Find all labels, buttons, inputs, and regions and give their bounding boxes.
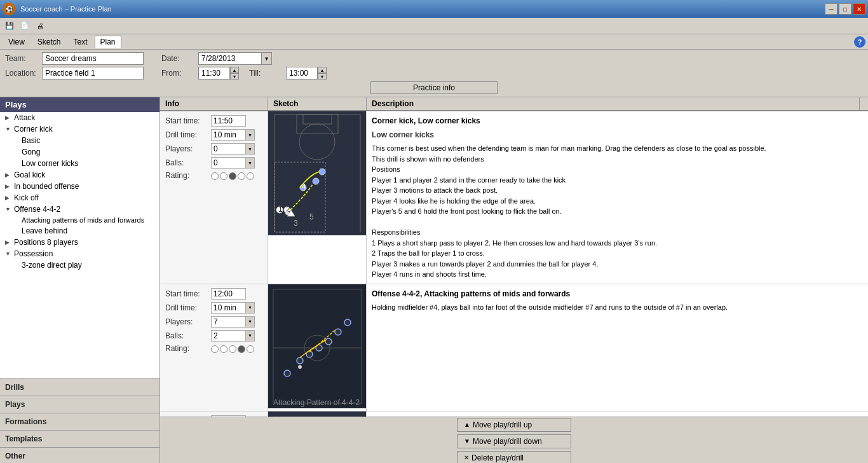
toolbar-print-btn[interactable]: 🖨	[33, 20, 47, 32]
menu-view[interactable]: View	[3, 36, 31, 48]
players-input-2[interactable]	[211, 316, 246, 328]
balls-input-2[interactable]	[211, 330, 246, 342]
tree-item-goal-kick[interactable]: ▶ Goal kick	[0, 169, 159, 181]
start-time-label-1: Start time:	[165, 116, 210, 125]
rating-dot-1-4[interactable]	[238, 172, 245, 180]
move-down-icon: ▼	[464, 438, 470, 445]
start-time-input-1[interactable]	[211, 115, 246, 127]
sidebar-drills[interactable]: Drills	[0, 379, 159, 396]
rating-dot-2-1[interactable]	[211, 345, 219, 353]
rating-dot-2-5[interactable]	[247, 345, 254, 353]
tree-item-low-corner[interactable]: Low corner kicks	[0, 158, 159, 169]
tree-item-gong[interactable]: Gong	[0, 146, 159, 158]
drill-time-dropdown-1[interactable]: ▼	[246, 129, 255, 141]
tree-item-leave-behind[interactable]: Leave behind	[0, 225, 159, 237]
from-time-down[interactable]: ▼	[230, 73, 239, 79]
location-input[interactable]	[42, 67, 144, 79]
toggle-kick-off: ▶	[5, 195, 13, 201]
rating-dot-2-4[interactable]	[238, 345, 245, 353]
tree-item-in-bounded[interactable]: ▶ In bounded offense	[0, 181, 159, 192]
move-up-button[interactable]: ▲ Move play/drill up	[457, 418, 571, 432]
sidebar-other[interactable]: Other	[0, 448, 159, 463]
balls-input-1[interactable]	[211, 157, 246, 169]
players-dropdown-2[interactable]: ▼	[246, 316, 255, 328]
desc-col-3: Possession, 3-zone direct play Organizat…	[367, 411, 868, 417]
players-dropdown-1[interactable]: ▼	[246, 143, 255, 155]
from-time-spinner[interactable]: ▲ ▼	[230, 67, 239, 79]
sidebar-templates[interactable]: Templates	[0, 431, 159, 448]
till-time-down[interactable]: ▼	[318, 73, 327, 79]
svg-point-29	[335, 329, 341, 335]
svg-rect-33	[268, 411, 367, 417]
svg-point-17	[285, 211, 289, 215]
balls-dropdown-1[interactable]: ▼	[246, 157, 255, 169]
sidebar-sections: Drills Plays Formations Templates Other	[0, 378, 159, 463]
tree-item-offense-442[interactable]: ▼ Offense 4-4-2	[0, 204, 159, 215]
bottom-bar: ▲ Move play/drill up ▼ Move play/drill d…	[160, 417, 868, 463]
sidebar-plays[interactable]: Plays	[0, 396, 159, 413]
menu-sketch[interactable]: Sketch	[32, 36, 67, 48]
delete-button[interactable]: ✕ Delete play/drill	[457, 451, 571, 464]
tree-item-possession[interactable]: ▼ Possession	[0, 248, 159, 259]
toolbar-save-btn[interactable]: 💾	[3, 20, 17, 32]
close-button[interactable]: ✕	[853, 3, 865, 15]
tree-item-attacking-patterns[interactable]: Attacking patterns of mids and forwards	[0, 215, 159, 225]
desc-col-2: Offense 4-4-2, Attacking patterns of mid…	[367, 284, 868, 411]
tree-label-corner-kick: Corner kick	[14, 125, 53, 134]
practice-info-button[interactable]: Practice info	[370, 81, 498, 94]
help-button[interactable]: ?	[854, 36, 865, 48]
drill-time-label-1: Drill time:	[165, 130, 210, 139]
sidebar-formations[interactable]: Formations	[0, 413, 159, 431]
tree-item-positions-8[interactable]: ▶ Positions 8 players	[0, 237, 159, 248]
from-time-input[interactable]	[198, 67, 230, 79]
toggle-corner-kick: ▼	[5, 126, 13, 132]
date-input[interactable]	[198, 52, 262, 65]
rating-dot-2-2[interactable]	[220, 345, 227, 353]
tree-label-gong: Gong	[22, 148, 40, 156]
start-time-input-2[interactable]	[211, 288, 246, 300]
players-label-2: Players:	[165, 317, 210, 326]
team-label: Team:	[5, 54, 37, 63]
content-area[interactable]: Start time: Drill time: ▼ Players:	[160, 111, 868, 417]
move-down-button[interactable]: ▼ Move play/drill down	[457, 434, 571, 448]
rating-dot-1-5[interactable]	[247, 172, 254, 180]
players-input-1[interactable]	[211, 143, 246, 155]
from-time-up[interactable]: ▲	[230, 67, 239, 73]
tree-item-attack[interactable]: ▶ Attack	[0, 112, 159, 123]
menu-plan[interactable]: Plan	[95, 36, 121, 48]
rating-dot-1-2[interactable]	[220, 172, 227, 180]
drill-row-1: Start time: Drill time: ▼ Players:	[160, 111, 868, 284]
rating-dot-2-3[interactable]	[229, 345, 236, 353]
svg-point-31	[298, 365, 302, 369]
minimize-button[interactable]: ─	[825, 3, 837, 15]
rating-dot-1-1[interactable]	[211, 172, 219, 180]
drill-time-dropdown-2[interactable]: ▼	[246, 302, 255, 314]
till-time-input[interactable]	[286, 67, 318, 79]
menu-text[interactable]: Text	[67, 36, 93, 48]
till-time-up[interactable]: ▲	[318, 67, 327, 73]
drill-time-input-1[interactable]	[211, 129, 246, 141]
toolbar-new-btn[interactable]: 📄	[18, 20, 32, 32]
tree-label-leave-behind: Leave behind	[22, 226, 67, 235]
tree-label-possession: Possession	[14, 249, 53, 258]
date-dropdown-btn[interactable]: ▼	[262, 52, 272, 65]
team-input[interactable]	[42, 52, 144, 65]
info-col-1: Start time: Drill time: ▼ Players:	[160, 111, 268, 284]
tree-item-basic[interactable]: Basic	[0, 135, 159, 146]
tree-item-3zone[interactable]: 3-zone direct play	[0, 259, 159, 271]
delete-label: Delete play/drill	[471, 453, 524, 462]
till-time-spinner[interactable]: ▲ ▼	[318, 67, 327, 79]
tree-label-attacking-patterns: Attacking patterns of mids and forwards	[22, 216, 144, 224]
titlebar: ⚽ Soccer coach – Practice Plan ─ □ ✕	[0, 0, 868, 18]
info-col-3: Start time: Drill time: ▼ Players:	[160, 411, 268, 417]
maximize-button[interactable]: □	[839, 3, 851, 15]
tree-item-kick-off[interactable]: ▶ Kick off	[0, 192, 159, 204]
sketch-col-1: 1 2 4 3	[268, 111, 367, 284]
balls-dropdown-2[interactable]: ▼	[246, 330, 255, 342]
rating-dot-1-3[interactable]	[229, 172, 236, 180]
tree-item-corner-kick[interactable]: ▼ Corner kick	[0, 123, 159, 135]
menubar: View Sketch Text Plan ?	[0, 34, 868, 50]
drill-time-input-2[interactable]	[211, 302, 246, 314]
col-info-header: Info	[160, 97, 268, 110]
svg-point-14	[313, 178, 319, 184]
